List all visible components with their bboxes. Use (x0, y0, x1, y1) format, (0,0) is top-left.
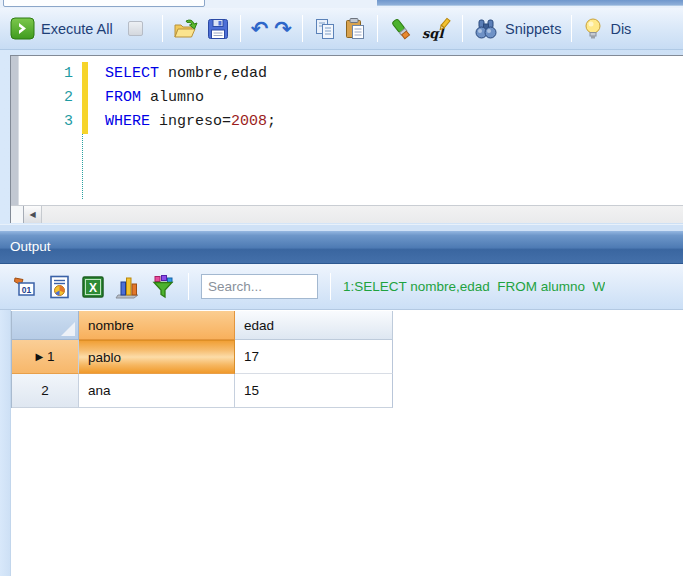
sql-keyword: WHERE (105, 113, 150, 130)
display-label-clipped[interactable]: Dis (610, 21, 631, 37)
toolbar-separator (240, 15, 241, 42)
sql-text: alumno (141, 89, 204, 106)
horizontal-scrollbar[interactable]: ◀ (11, 205, 683, 223)
paste-icon[interactable] (343, 17, 367, 41)
scrollbar-gripper[interactable] (11, 206, 24, 223)
execute-all-icon[interactable] (10, 17, 35, 40)
scroll-left-button[interactable]: ◀ (24, 206, 42, 223)
table-row[interactable]: 2 ana 15 (12, 374, 393, 408)
format-brush-icon[interactable] (388, 17, 414, 41)
left-margin-strip (0, 310, 11, 576)
report-icon[interactable] (47, 274, 72, 300)
cell-edad[interactable]: 15 (235, 374, 393, 408)
find-icon[interactable] (473, 17, 499, 41)
row-header-selected[interactable]: ▶ 1 (12, 340, 79, 374)
sql-text: nombre,edad (159, 65, 267, 82)
toolbar-separator (330, 273, 331, 300)
toolbar-separator (162, 15, 163, 42)
grid-corner-cell[interactable] (12, 311, 79, 340)
current-row-marker-icon: ▶ (35, 352, 43, 362)
svg-text:X: X (89, 281, 97, 295)
filter-icon[interactable] (150, 274, 176, 300)
sql-number: 2008 (231, 113, 267, 130)
line-number: 1 (11, 62, 73, 86)
toolbar-separator (377, 15, 378, 42)
save-icon[interactable] (206, 17, 230, 41)
line-number: 2 (11, 86, 73, 110)
toolbar-separator (188, 273, 189, 300)
sql-text: ; (267, 113, 276, 130)
main-toolbar: Execute All ↶ ↷ (0, 8, 683, 50)
svg-text:01: 01 (22, 284, 32, 294)
sql-keyword: FROM (105, 89, 141, 106)
toolbar-separator (571, 15, 572, 42)
cell-edad[interactable]: 17 (235, 340, 393, 374)
auto-number-icon[interactable]: 01 (13, 274, 39, 300)
results-grid: nombre edad ▶ 1 pablo 17 2 ana 15 (11, 311, 393, 408)
change-track-line (82, 134, 83, 199)
tab-strip-edge (377, 0, 683, 6)
sql-code-editor[interactable]: 1 SELECT nombre,edad 2 FROM alumno 3 WHE… (10, 55, 683, 223)
output-panel-header: Output (0, 231, 683, 264)
output-results-area: nombre edad ▶ 1 pablo 17 2 ana 15 (0, 310, 683, 576)
code-line-1[interactable]: 1 SELECT nombre,edad (11, 62, 683, 86)
grid-header-row: nombre edad (12, 311, 393, 340)
column-header-nombre[interactable]: nombre (79, 311, 235, 340)
code-line-2[interactable]: 2 FROM alumno (11, 86, 683, 110)
pane-splitter[interactable] (0, 224, 683, 231)
row-header[interactable]: 2 (12, 374, 79, 408)
cell-nombre[interactable]: ana (79, 374, 235, 408)
sql-keyword: SELECT (105, 65, 159, 82)
code-line-3[interactable]: 3 WHERE ingreso=2008; (11, 110, 683, 134)
export-excel-icon[interactable]: X (80, 274, 106, 300)
table-row[interactable]: ▶ 1 pablo 17 (12, 340, 393, 374)
query-status-text: 1:SELECT nombre,edad FROM alumno W (343, 279, 605, 294)
line-number: 3 (11, 110, 73, 134)
lightbulb-icon[interactable] (582, 17, 604, 41)
open-file-icon[interactable] (173, 17, 200, 41)
column-header-edad[interactable]: edad (235, 311, 393, 340)
editor-zone: 1 SELECT nombre,edad 2 FROM alumno 3 WHE… (0, 50, 683, 224)
copy-icon[interactable] (313, 17, 337, 41)
output-toolbar: 01 X (0, 264, 683, 310)
redo-icon[interactable]: ↷ (274, 19, 292, 39)
sql-text: ingreso= (150, 113, 231, 130)
undo-icon[interactable]: ↶ (251, 19, 269, 39)
cell-nombre-selected[interactable]: pablo (79, 340, 235, 374)
document-tab-strip (0, 0, 683, 8)
chart-icon[interactable] (114, 274, 142, 300)
row-number: 1 (47, 349, 55, 364)
snippets-label[interactable]: Snippets (505, 21, 561, 37)
toolbar-separator (462, 15, 463, 42)
stop-button-disabled (128, 21, 143, 36)
code-lines: 1 SELECT nombre,edad 2 FROM alumno 3 WHE… (11, 62, 683, 134)
search-input[interactable] (201, 274, 318, 299)
sql-editor-window: Execute All ↶ ↷ (0, 0, 683, 576)
output-panel-title: Output (10, 239, 51, 254)
sql-formatter-icon[interactable]: sql (420, 17, 452, 41)
toolbar-separator (302, 15, 303, 42)
execute-all-label[interactable]: Execute All (41, 21, 113, 37)
row-number: 2 (41, 383, 49, 398)
active-document-tab[interactable] (3, 0, 205, 7)
scrollbar-track[interactable] (42, 206, 683, 223)
